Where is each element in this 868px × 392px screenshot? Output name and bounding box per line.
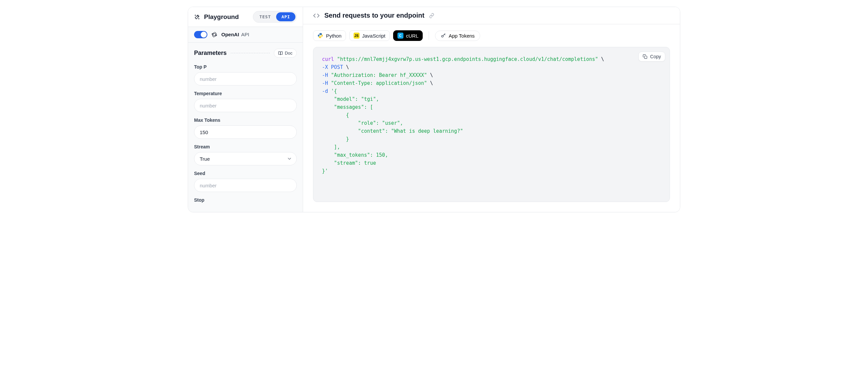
sidebar-title: Playground <box>204 13 239 21</box>
api-provider-name: OpenAI <box>221 32 239 37</box>
page-title: Send requests to your endpoint <box>324 12 424 19</box>
tab-javascript[interactable]: JS JavaScript <box>349 30 390 41</box>
copy-button-label: Copy <box>650 54 661 59</box>
python-icon <box>317 33 323 38</box>
playground-panel: Playground TEST API OpenAI API <box>188 7 680 212</box>
tab-curl[interactable]: C cURL <box>393 30 423 41</box>
language-tabs: Python JS JavaScript C cURL <box>313 30 423 41</box>
field-stream: Stream True <box>191 141 300 168</box>
api-provider-suffix: API <box>241 32 249 37</box>
parameters-header: Parameters Doc <box>188 43 303 60</box>
parameters-title: Parameters <box>194 50 227 57</box>
javascript-icon: JS <box>353 33 360 38</box>
field-seed: Seed <box>191 168 300 195</box>
select-stream[interactable]: True <box>194 152 297 165</box>
code-icon <box>313 12 320 19</box>
tab-python-label: Python <box>326 33 342 38</box>
input-max-tokens[interactable] <box>194 125 297 139</box>
code-snippet[interactable]: curl "https://mnl7emjj4xgvrw7p.us-west1.… <box>313 47 670 202</box>
tab-python[interactable]: Python <box>313 30 346 41</box>
mode-switch-test[interactable]: TEST <box>254 12 277 21</box>
tab-curl-label: cURL <box>406 33 419 38</box>
code-snippet-container: Copy curl "https://mnl7emjj4xgvrw7p.us-w… <box>313 47 670 202</box>
divider <box>230 53 270 53</box>
mode-switch: TEST API <box>253 11 297 23</box>
tab-javascript-label: JavaScript <box>362 33 385 38</box>
label-stream: Stream <box>194 144 297 149</box>
app-tokens-label: App Tokens <box>448 33 474 38</box>
copy-icon <box>643 54 647 59</box>
wand-icon <box>194 14 200 20</box>
svg-point-2 <box>213 33 216 36</box>
field-temperature: Temperature <box>191 88 300 115</box>
api-provider-toggle[interactable] <box>194 31 207 38</box>
svg-point-0 <box>195 15 196 16</box>
label-seed: Seed <box>194 171 297 176</box>
sidebar-header: Playground TEST API <box>188 7 303 27</box>
divider <box>429 31 429 40</box>
key-icon <box>441 33 446 38</box>
mode-switch-api[interactable]: API <box>276 12 296 21</box>
field-stop: Stop <box>191 195 300 205</box>
label-stop: Stop <box>194 197 297 203</box>
code-text: curl "https://mnl7emjj4xgvrw7p.us-west1.… <box>322 55 661 175</box>
app-tokens-button[interactable]: App Tokens <box>435 31 480 41</box>
sidebar: Playground TEST API OpenAI API <box>188 7 303 212</box>
link-icon[interactable] <box>429 13 434 18</box>
api-provider-row: OpenAI API <box>188 27 303 43</box>
label-temperature: Temperature <box>194 91 297 96</box>
doc-button[interactable]: Doc <box>274 49 297 58</box>
label-top-p: Top P <box>194 64 297 69</box>
label-max-tokens: Max Tokens <box>194 117 297 123</box>
input-temperature[interactable] <box>194 99 297 112</box>
content: Send requests to your endpoint <box>303 7 680 212</box>
svg-point-1 <box>199 18 199 19</box>
parameters-fields: Top P Temperature Max Tokens <box>188 60 303 211</box>
field-max-tokens: Max Tokens <box>191 115 300 141</box>
curl-icon: C <box>398 33 403 38</box>
svg-rect-4 <box>645 56 647 59</box>
copy-button[interactable]: Copy <box>639 52 665 61</box>
content-header: Send requests to your endpoint <box>303 7 680 24</box>
field-top-p: Top P <box>191 61 300 88</box>
input-seed[interactable] <box>194 179 297 192</box>
openai-icon <box>211 32 217 37</box>
doc-button-label: Doc <box>285 51 292 56</box>
input-top-p[interactable] <box>194 72 297 86</box>
book-icon <box>278 51 283 56</box>
content-toolbar: Python JS JavaScript C cURL <box>303 24 680 47</box>
